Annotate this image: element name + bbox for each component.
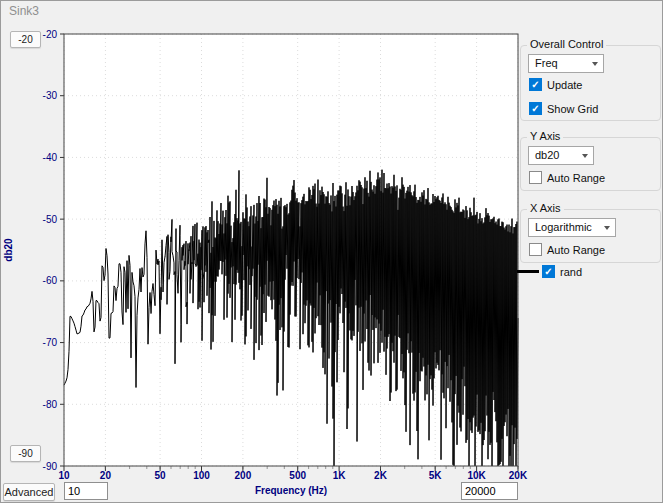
- x-tick-label: 1K: [333, 470, 347, 481]
- x-max-input[interactable]: [461, 482, 518, 500]
- x-axis-group: X Axis Logarithmic Auto Range: [520, 209, 661, 263]
- checkbox-box[interactable]: [529, 243, 542, 256]
- checkbox-box[interactable]: [529, 171, 542, 184]
- x-axis-title: Frequency (Hz): [255, 485, 327, 496]
- y-axis-title: db20: [3, 238, 14, 262]
- x-axis-scale-combo-value: Logarithmic: [535, 221, 592, 233]
- checkbox-box[interactable]: [529, 78, 542, 91]
- x-min-input[interactable]: [64, 482, 108, 500]
- x-tick-label: 10: [58, 470, 70, 481]
- x-tick-label: 20: [100, 470, 112, 481]
- overall-control-combo-value: Freq: [535, 57, 558, 69]
- legend-rand-label: rand: [560, 266, 582, 278]
- x-tick-label: 200: [235, 470, 252, 481]
- x-tick-label: 20K: [509, 470, 528, 481]
- y-tick-label: -70: [43, 337, 58, 348]
- y-tick-label: -20: [43, 29, 58, 40]
- x-axis-group-title: X Axis: [527, 202, 564, 214]
- y-tick-label: -30: [43, 90, 58, 101]
- x-auto-range-checkbox[interactable]: Auto Range: [529, 243, 605, 256]
- y-axis-min-button[interactable]: -90: [10, 445, 41, 462]
- checkbox-box[interactable]: [529, 102, 542, 115]
- y-axis-units-combo-value: db20: [535, 149, 559, 161]
- x-tick-label: 50: [155, 470, 167, 481]
- chevron-down-icon: [582, 154, 588, 158]
- overall-control-group-title: Overall Control: [527, 38, 606, 50]
- chevron-down-icon: [592, 62, 598, 66]
- window: Sink3 1020501002005001K2K5K10K20K-20-30-…: [0, 0, 663, 503]
- x-axis-scale-combo[interactable]: Logarithmic: [528, 218, 616, 237]
- y-tick-label: -50: [43, 214, 58, 225]
- overall-control-combo[interactable]: Freq: [528, 54, 604, 73]
- y-auto-range-checkbox-label: Auto Range: [547, 172, 605, 184]
- checkbox-box[interactable]: [542, 265, 555, 278]
- y-auto-range-checkbox[interactable]: Auto Range: [529, 171, 605, 184]
- overall-control-group: Overall Control Freq Update Show Grid: [520, 45, 661, 121]
- update-checkbox[interactable]: Update: [529, 78, 582, 91]
- y-axis-group-title: Y Axis: [527, 130, 563, 142]
- show-grid-checkbox-label: Show Grid: [547, 103, 598, 115]
- y-tick-label: -60: [43, 275, 58, 286]
- update-checkbox-label: Update: [547, 79, 582, 91]
- y-tick-label: -90: [43, 461, 58, 472]
- legend-line: [517, 270, 539, 273]
- y-tick-label: -80: [43, 399, 58, 410]
- y-tick-label: -40: [43, 152, 58, 163]
- show-grid-checkbox[interactable]: Show Grid: [529, 102, 598, 115]
- x-tick-label: 10K: [467, 470, 486, 481]
- chevron-down-icon: [604, 226, 610, 230]
- legend-rand-checkbox[interactable]: rand: [542, 265, 582, 278]
- x-tick-label: 100: [193, 470, 210, 481]
- x-tick-label: 5K: [429, 470, 443, 481]
- y-axis-max-button[interactable]: -20: [10, 31, 41, 48]
- y-axis-units-combo[interactable]: db20: [528, 146, 594, 165]
- y-axis-group: Y Axis db20 Auto Range: [520, 137, 661, 191]
- x-auto-range-checkbox-label: Auto Range: [547, 244, 605, 256]
- x-tick-label: 500: [289, 470, 306, 481]
- x-tick-label: 2K: [374, 470, 388, 481]
- advanced-button[interactable]: Advanced: [3, 483, 55, 501]
